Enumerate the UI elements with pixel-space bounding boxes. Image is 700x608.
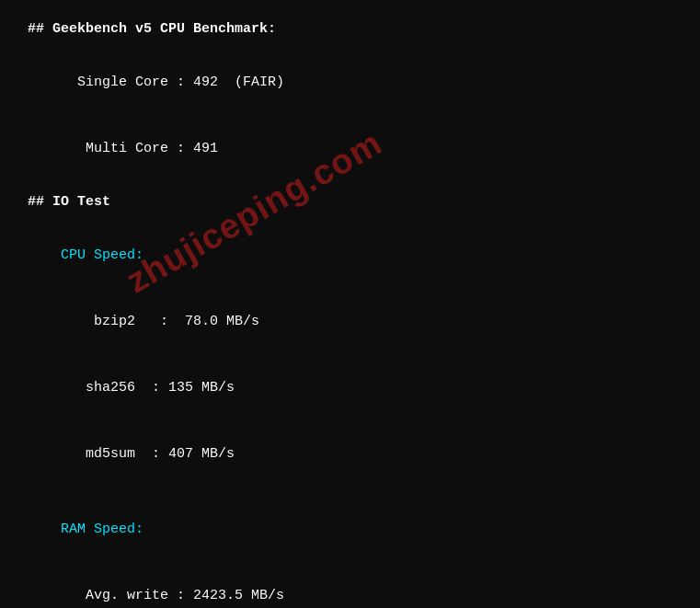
multi-core-value: 491	[193, 141, 218, 156]
avg-write-line: Avg. write : 2423.5 MB/s	[28, 563, 672, 608]
multi-core-line: Multi Core : 491	[28, 116, 672, 182]
md5sum-line: md5sum : 407 MB/s	[28, 421, 672, 488]
io-test-header: ## IO Test	[28, 191, 672, 213]
single-core-label: Single Core :	[61, 75, 193, 90]
geekbench-header: ## Geekbench v5 CPU Benchmark:	[28, 18, 672, 40]
cpu-speed-label: CPU Speed:	[28, 223, 672, 289]
single-core-line: Single Core : 492 (FAIR)	[28, 50, 672, 116]
single-core-rating: (FAIR)	[218, 75, 284, 90]
ram-speed-label: RAM Speed:	[28, 497, 672, 563]
multi-core-label: Multi Core :	[61, 141, 193, 156]
sha256-line: sha256 : 135 MB/s	[28, 355, 672, 421]
single-core-value: 492	[193, 75, 218, 90]
bzip2-line: bzip2 : 78.0 MB/s	[28, 289, 672, 355]
terminal-window: ## Geekbench v5 CPU Benchmark: Single Co…	[0, 0, 700, 608]
